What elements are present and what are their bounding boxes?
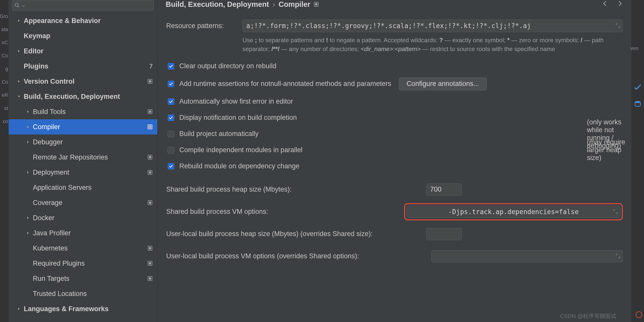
sidebar-item-label: Debugger bbox=[33, 138, 63, 146]
forward-button[interactable] bbox=[616, 0, 623, 9]
sidebar-item-version-control[interactable]: Version Control bbox=[9, 74, 157, 89]
sidebar-item-label: Build, Execution, Deployment bbox=[24, 93, 120, 101]
sidebar-item-label: Plugins bbox=[24, 62, 48, 70]
svg-rect-15 bbox=[149, 247, 151, 249]
back-button[interactable] bbox=[602, 0, 609, 9]
sidebar-item-label: Keymap bbox=[24, 32, 50, 40]
sidebar-item-debugger[interactable]: Debugger bbox=[9, 134, 157, 150]
sidebar-item-docker[interactable]: Docker bbox=[9, 210, 157, 225]
sidebar-item-trusted-locations[interactable]: Trusted Locations bbox=[9, 286, 157, 301]
right-toolbar: ven bbox=[631, 0, 644, 322]
chevron-right-icon bbox=[14, 79, 24, 83]
first-error-checkbox[interactable] bbox=[168, 98, 174, 105]
shared-vm-value: -Djps.track.ap.dependencies=false bbox=[448, 208, 579, 216]
sidebar-item-application-servers[interactable]: Application Servers bbox=[9, 180, 157, 195]
search-icon bbox=[14, 3, 20, 8]
expand-icon[interactable] bbox=[615, 252, 621, 260]
chevron-right-icon bbox=[23, 231, 33, 235]
chevron-right-icon bbox=[23, 110, 33, 114]
sidebar-item-build-tools[interactable]: Build Tools bbox=[9, 104, 157, 119]
project-scope-icon bbox=[147, 276, 153, 281]
sidebar-item-appearance-behavior[interactable]: Appearance & Behavior bbox=[9, 13, 157, 28]
runtime-assertions-checkbox[interactable] bbox=[168, 81, 174, 87]
search-input[interactable] bbox=[12, 0, 154, 11]
sidebar-item-required-plugins[interactable]: Required Plugins bbox=[9, 256, 157, 271]
user-vm-input[interactable] bbox=[431, 250, 623, 262]
sidebar-item-remote-jar-repositories[interactable]: Remote Jar Repositories bbox=[9, 150, 157, 165]
resource-patterns-input[interactable]: a;!?*.form;!?*.class;!?*.groovy;!?*.scal… bbox=[242, 19, 623, 32]
database-icon[interactable] bbox=[634, 100, 642, 110]
sidebar-item-keymap[interactable]: Keymap bbox=[9, 28, 157, 43]
project-scope-icon bbox=[147, 170, 153, 175]
chevron-right-icon bbox=[14, 307, 24, 311]
project-scope-icon bbox=[147, 154, 153, 160]
sidebar-item-label: Version Control bbox=[24, 78, 75, 85]
project-scope-icon bbox=[313, 2, 319, 7]
configure-annotations-button[interactable]: Configure annotations... bbox=[399, 77, 487, 90]
svg-point-0 bbox=[15, 3, 18, 7]
sidebar-item-java-profiler[interactable]: Java Profiler bbox=[9, 225, 157, 241]
user-heap-label: User-local build process heap size (Mbyt… bbox=[166, 230, 426, 238]
svg-rect-3 bbox=[149, 80, 151, 82]
sidebar-item-label: Remote Jar Repositories bbox=[33, 153, 108, 161]
sidebar-item-coverage[interactable]: Coverage bbox=[9, 195, 157, 210]
svg-rect-19 bbox=[149, 277, 151, 280]
sidebar-item-run-targets[interactable]: Run Targets bbox=[9, 271, 157, 286]
notification-label: Display notification on build completion bbox=[179, 114, 297, 122]
sidebar-item-label: Application Servers bbox=[33, 184, 92, 192]
project-scope-icon bbox=[147, 109, 153, 114]
user-heap-input[interactable] bbox=[426, 228, 462, 240]
settings-tree: Appearance & BehaviorKeymapEditorPlugins… bbox=[9, 13, 157, 322]
svg-rect-17 bbox=[149, 262, 151, 264]
svg-rect-5 bbox=[149, 110, 151, 113]
sidebar-item-editor[interactable]: Editor bbox=[9, 43, 157, 59]
project-scope-icon bbox=[147, 124, 153, 130]
sidebar-item-label: Kubernetes bbox=[33, 244, 68, 252]
rebuild-dep-label: Rebuild module on dependency change bbox=[179, 162, 300, 170]
left-editor-strip: GrostanCCogCoeRstco bbox=[0, 0, 9, 322]
chevron-right-icon bbox=[14, 49, 24, 53]
expand-icon[interactable] bbox=[615, 22, 621, 30]
svg-rect-7 bbox=[149, 126, 151, 128]
svg-rect-9 bbox=[149, 156, 151, 158]
notification-icon[interactable] bbox=[635, 311, 643, 320]
clear-output-label: Clear output directory on rebuild bbox=[179, 62, 276, 70]
sidebar-item-languages-frameworks[interactable]: Languages & Frameworks bbox=[9, 301, 157, 316]
badge-count: 7 bbox=[149, 63, 153, 70]
resource-patterns-value: a;!?*.form;!?*.class;!?*.groovy;!?*.scal… bbox=[246, 22, 531, 30]
settings-main: Build, Execution, Deployment › Compiler … bbox=[158, 0, 631, 322]
check-icon[interactable] bbox=[634, 83, 642, 93]
auto-build-checkbox[interactable] bbox=[168, 131, 174, 137]
chevron-right-icon bbox=[14, 19, 24, 23]
project-scope-icon bbox=[147, 200, 153, 205]
sidebar-item-deployment[interactable]: Deployment bbox=[9, 165, 157, 180]
svg-point-23 bbox=[636, 312, 642, 318]
sidebar-item-label: Required Plugins bbox=[33, 260, 85, 267]
resource-patterns-help: Use ; to separate patterns and ! to nega… bbox=[242, 36, 609, 54]
sidebar-item-label: Run Targets bbox=[33, 275, 69, 283]
chevron-right-icon bbox=[23, 216, 33, 220]
sidebar-item-plugins[interactable]: Plugins7 bbox=[9, 59, 157, 74]
breadcrumb-root[interactable]: Build, Execution, Deployment bbox=[166, 0, 269, 9]
sidebar-item-label: Editor bbox=[24, 47, 43, 55]
expand-icon[interactable] bbox=[613, 208, 618, 216]
project-scope-icon bbox=[147, 261, 153, 266]
sidebar-item-label: Languages & Frameworks bbox=[24, 305, 109, 313]
clear-output-checkbox[interactable] bbox=[168, 63, 174, 70]
parallel-compile-checkbox[interactable] bbox=[168, 147, 174, 153]
rebuild-dep-checkbox[interactable] bbox=[168, 163, 174, 170]
sidebar-item-compiler[interactable]: Compiler bbox=[9, 119, 157, 134]
watermark: CSDN @程序哥聊面试 bbox=[560, 312, 616, 320]
sidebar-item-label: Appearance & Behavior bbox=[24, 17, 101, 25]
shared-heap-input[interactable]: 700 bbox=[426, 183, 462, 196]
sidebar-item-kubernetes[interactable]: Kubernetes bbox=[9, 241, 157, 256]
sidebar-item-label: Docker bbox=[33, 214, 55, 222]
project-scope-icon bbox=[147, 245, 153, 251]
sidebar-item-build-execution-deployment[interactable]: Build, Execution, Deployment bbox=[9, 89, 157, 104]
notification-checkbox[interactable] bbox=[168, 114, 174, 121]
shared-vm-input[interactable]: -Djps.track.ap.dependencies=false bbox=[407, 206, 620, 218]
sidebar-item-label: Build Tools bbox=[33, 108, 66, 116]
sidebar-item-label: Coverage bbox=[33, 199, 62, 207]
svg-rect-11 bbox=[149, 171, 151, 173]
chevron-right-icon bbox=[23, 125, 33, 129]
